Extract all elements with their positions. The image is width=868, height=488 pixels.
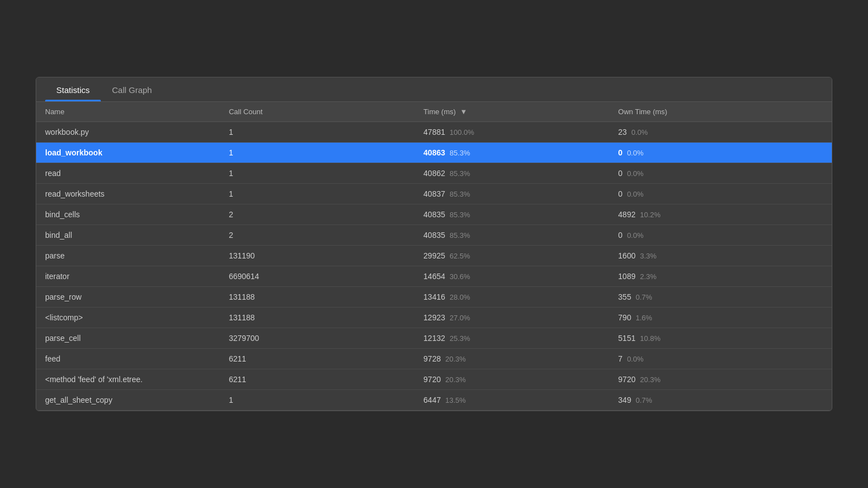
- cell-owntime: 00.0%: [609, 143, 832, 163]
- cell-owntime-value: 4892: [618, 210, 636, 219]
- profiler-table: Name Call Count Time (ms) ▼ Own Time (ms…: [36, 102, 832, 411]
- profiler-panel: Statistics Call Graph Name Call Count Ti…: [36, 77, 832, 411]
- cell-time: 1465430.6%: [415, 266, 609, 287]
- cell-owntime-value: 9720: [618, 375, 636, 384]
- cell-time-value: 29925: [423, 251, 445, 260]
- cell-time-value: 40835: [423, 231, 445, 240]
- cell-owntime-pct: 2.3%: [640, 272, 657, 281]
- table-row[interactable]: <listcomp>1311881292327.0%7901.6%: [36, 308, 832, 328]
- cell-time-pct: 20.3%: [445, 375, 466, 384]
- cell-owntime-pct: 0.0%: [627, 355, 643, 363]
- cell-owntime-pct: 0.0%: [627, 169, 643, 178]
- cell-name: read: [36, 163, 220, 184]
- cell-owntime-value: 5151: [618, 334, 636, 343]
- cell-callcount: 2: [220, 225, 415, 246]
- table-row[interactable]: read14086285.3%00.0%: [36, 163, 832, 184]
- table-row[interactable]: iterator66906141465430.6%10892.3%: [36, 266, 832, 287]
- cell-name: workbook.py: [36, 122, 220, 143]
- cell-name: feed: [36, 349, 220, 369]
- cell-name: parse_cell: [36, 328, 220, 349]
- table-row[interactable]: feed6211972820.3%70.0%: [36, 349, 832, 369]
- cell-time-pct: 28.0%: [450, 293, 470, 301]
- cell-owntime-value: 0: [618, 148, 623, 157]
- cell-owntime-value: 7: [618, 354, 623, 363]
- cell-time-pct: 25.3%: [450, 334, 470, 343]
- table-row[interactable]: parse_cell32797001213225.3%515110.8%: [36, 328, 832, 349]
- cell-time: 4083585.3%: [415, 225, 609, 246]
- cell-time-value: 40835: [423, 210, 445, 219]
- cell-time: 1213225.3%: [415, 328, 609, 349]
- cell-owntime-value: 349: [618, 396, 631, 404]
- table-row[interactable]: bind_all24083585.3%00.0%: [36, 225, 832, 246]
- cell-owntime-pct: 0.7%: [636, 396, 652, 404]
- cell-name: bind_all: [36, 225, 220, 246]
- cell-name: iterator: [36, 266, 220, 287]
- table-row[interactable]: read_worksheets14083785.3%00.0%: [36, 184, 832, 204]
- cell-time-value: 13416: [423, 292, 445, 301]
- cell-time-pct: 62.5%: [450, 252, 470, 260]
- cell-owntime-pct: 10.2%: [640, 211, 661, 219]
- cell-owntime-pct: 3.3%: [640, 252, 657, 260]
- table-row[interactable]: load_workbook14086385.3%00.0%: [36, 143, 832, 163]
- cell-name: get_all_sheet_copy: [36, 390, 220, 411]
- cell-time-value: 14654: [423, 272, 445, 281]
- cell-time-pct: 85.3%: [450, 190, 470, 198]
- cell-owntime-pct: 0.0%: [627, 149, 643, 157]
- cell-time: 1341628.0%: [415, 287, 609, 308]
- tab-bar: Statistics Call Graph: [36, 77, 832, 102]
- cell-owntime: 489210.2%: [609, 204, 832, 225]
- cell-owntime-value: 0: [618, 169, 623, 178]
- cell-owntime: 00.0%: [609, 184, 832, 204]
- table-row[interactable]: workbook.py147881100.0%230.0%: [36, 122, 832, 143]
- table-body: workbook.py147881100.0%230.0%load_workbo…: [36, 122, 832, 411]
- cell-callcount: 1: [220, 163, 415, 184]
- cell-time-pct: 100.0%: [450, 128, 474, 136]
- cell-owntime-value: 790: [618, 313, 631, 322]
- table-row[interactable]: <method 'feed' of 'xml.etree.6211972020.…: [36, 369, 832, 390]
- cell-time-pct: 85.3%: [450, 169, 470, 178]
- cell-name: read_worksheets: [36, 184, 220, 204]
- cell-callcount: 6211: [220, 349, 415, 369]
- tab-callgraph[interactable]: Call Graph: [101, 77, 163, 101]
- cell-time: 972020.3%: [415, 369, 609, 390]
- cell-name: parse_row: [36, 287, 220, 308]
- cell-callcount: 131188: [220, 287, 415, 308]
- cell-callcount: 3279700: [220, 328, 415, 349]
- cell-callcount: 6211: [220, 369, 415, 390]
- table-row[interactable]: bind_cells24083585.3%489210.2%: [36, 204, 832, 225]
- cell-owntime-pct: 10.8%: [640, 334, 661, 343]
- cell-owntime: 70.0%: [609, 349, 832, 369]
- cell-time: 2992562.5%: [415, 246, 609, 266]
- cell-owntime-value: 355: [618, 292, 631, 301]
- cell-owntime: 972020.3%: [609, 369, 832, 390]
- cell-time-value: 12132: [423, 334, 445, 343]
- cell-callcount: 131190: [220, 246, 415, 266]
- tab-statistics[interactable]: Statistics: [45, 77, 101, 101]
- cell-time-pct: 85.3%: [450, 211, 470, 219]
- cell-time-pct: 85.3%: [450, 231, 470, 240]
- col-header-owntime: Own Time (ms): [609, 102, 832, 122]
- table-row[interactable]: parse_row1311881341628.0%3550.7%: [36, 287, 832, 308]
- cell-owntime-pct: 20.3%: [640, 375, 661, 384]
- cell-owntime-value: 1600: [618, 251, 636, 260]
- cell-time: 4086385.3%: [415, 143, 609, 163]
- cell-callcount: 1: [220, 390, 415, 411]
- cell-time-pct: 30.6%: [450, 272, 470, 281]
- cell-time-value: 9728: [423, 354, 441, 363]
- cell-time-pct: 27.0%: [450, 314, 470, 322]
- col-header-callcount: Call Count: [220, 102, 415, 122]
- cell-time: 1292327.0%: [415, 308, 609, 328]
- cell-callcount: 1: [220, 143, 415, 163]
- cell-owntime-pct: 0.7%: [636, 293, 652, 301]
- cell-owntime: 7901.6%: [609, 308, 832, 328]
- table-row[interactable]: get_all_sheet_copy1644713.5%3490.7%: [36, 390, 832, 411]
- cell-time: 47881100.0%: [415, 122, 609, 143]
- cell-owntime: 00.0%: [609, 225, 832, 246]
- cell-owntime: 10892.3%: [609, 266, 832, 287]
- table-row[interactable]: parse1311902992562.5%16003.3%: [36, 246, 832, 266]
- cell-time-value: 40863: [423, 148, 445, 157]
- cell-owntime-pct: 1.6%: [636, 314, 652, 322]
- cell-owntime-value: 23: [618, 128, 627, 136]
- col-header-time[interactable]: Time (ms) ▼: [415, 102, 609, 122]
- cell-time: 4083785.3%: [415, 184, 609, 204]
